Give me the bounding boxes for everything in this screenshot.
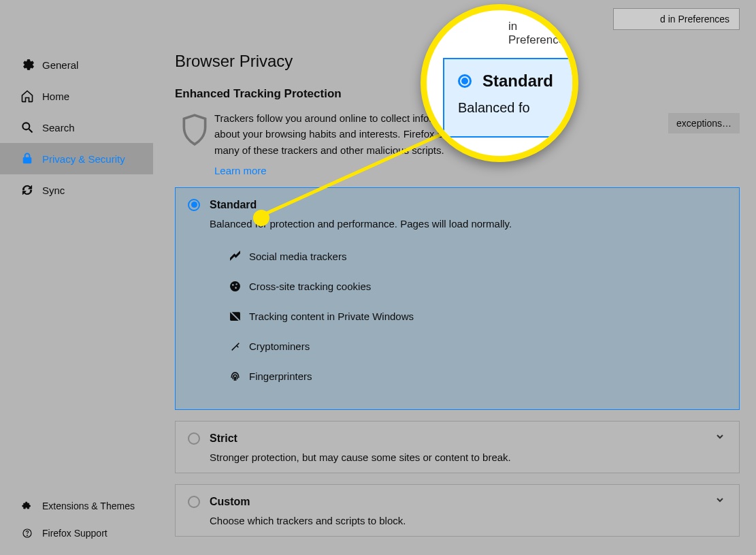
tracking-content-icon [229,311,241,323]
magnifier-title: Standard [482,72,553,90]
lock-icon [20,152,34,165]
sidebar-item-label: Search [42,122,75,133]
learn-more-link[interactable]: Learn more [214,165,466,176]
svg-point-5 [230,281,240,291]
sync-icon [20,183,34,197]
option-title: Custom [210,496,250,508]
option-description: Choose which trackers and scripts to blo… [210,515,727,526]
magnifier-radio-icon [458,74,472,88]
option-description: Balanced for protection and performance.… [210,218,727,229]
puzzle-icon [20,499,34,513]
help-icon [20,526,34,540]
search-placeholder-text: d in Preferences [660,14,729,25]
radio-standard[interactable] [188,199,200,211]
chevron-down-icon[interactable] [716,494,724,506]
tracker-item: Social media trackers [229,242,727,272]
home-icon [20,89,34,103]
manage-exceptions-button[interactable]: exceptions… [668,113,740,133]
gear-icon [20,58,34,72]
svg-point-7 [235,283,237,285]
protection-option-strict[interactable]: Strict Stronger protection, but may caus… [175,421,740,473]
radio-custom[interactable] [188,496,200,508]
tracker-item: Cryptominers [229,332,727,362]
tracker-item: Cross-site tracking cookies [229,272,727,302]
sidebar-item-support[interactable]: Firefox Support [0,520,153,547]
sidebar-item-label: Sync [42,185,65,196]
sidebar-item-sync[interactable]: Sync [0,174,153,206]
cookies-icon [229,281,241,293]
sidebar-item-label: Home [42,91,69,102]
sidebar-item-extensions[interactable]: Extensions & Themes [0,492,153,520]
tracker-item: Tracking content in Private Windows [229,302,727,332]
svg-point-8 [235,287,237,289]
search-icon [20,121,34,134]
svg-rect-2 [23,157,31,163]
svg-line-1 [29,129,33,133]
sidebar-item-label: Firefox Support [42,528,108,539]
sidebar-item-search[interactable]: Search [0,112,153,143]
option-title: Strict [210,432,237,445]
preferences-search-input[interactable]: d in Preferences [613,8,740,30]
option-description: Stronger protection, but may cause some … [210,451,727,463]
cryptominers-icon [229,340,241,353]
svg-point-6 [232,284,234,286]
sidebar-item-privacy-security[interactable]: Privacy & Security [0,143,153,174]
annotation-magnifier: in Preferences Standard Balanced fo [421,4,578,162]
protection-option-custom[interactable]: Custom Choose which trackers and scripts… [175,484,740,537]
radio-strict[interactable] [188,432,200,445]
sidebar-item-label: Extensions & Themes [42,501,135,511]
svg-point-0 [22,123,29,129]
preferences-sidebar: General Home Search Privacy & Security [0,0,153,555]
sidebar-item-general[interactable]: General [0,49,153,80]
sidebar-item-label: Privacy & Security [42,153,125,165]
annotation-callout-dot [253,210,269,226]
sidebar-item-home[interactable]: Home [0,80,153,112]
magnifier-desc: Balanced fo [458,100,578,116]
sidebar-item-label: General [42,59,78,71]
social-trackers-icon [229,251,241,263]
svg-point-4 [27,535,27,536]
tracker-item: Fingerprinters [229,362,727,392]
option-title: Standard [210,199,257,211]
fingerprinters-icon [229,370,241,383]
chevron-down-icon[interactable] [716,431,724,443]
shield-icon [175,110,214,176]
